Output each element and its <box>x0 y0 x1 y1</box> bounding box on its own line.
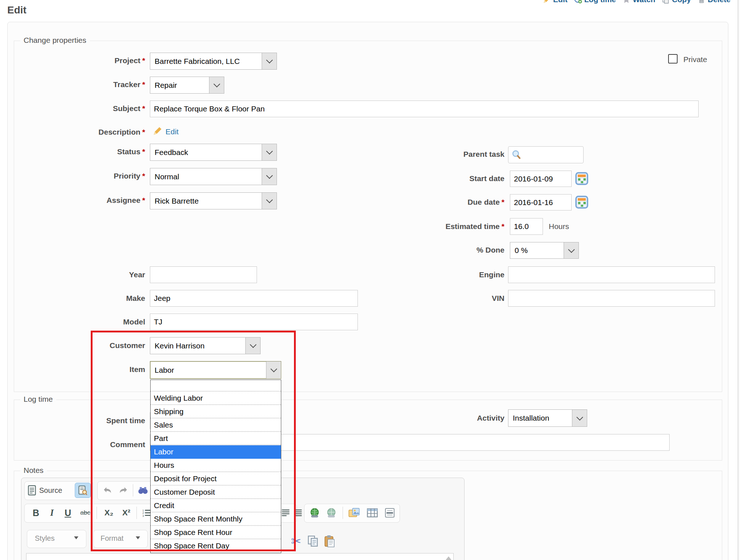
start-date-input[interactable] <box>510 171 572 187</box>
dropdown-option[interactable]: Deposit for Project <box>151 472 281 486</box>
edit-action[interactable]: Edit <box>543 0 568 4</box>
vin-input[interactable] <box>508 290 715 307</box>
bold-button[interactable]: B <box>29 506 43 520</box>
assignee-label: Assignee* <box>22 196 145 205</box>
strikethrough-button[interactable]: abc <box>77 506 94 520</box>
customer-select-value: Kevin Harrison <box>150 338 245 354</box>
redo-icon <box>118 486 128 495</box>
clock-add-icon <box>574 0 582 4</box>
scrollbar-up-icon[interactable] <box>446 556 451 560</box>
status-label: Status* <box>22 147 145 156</box>
page-scrollbar[interactable] <box>738 0 740 560</box>
copy-action[interactable]: Copy <box>662 0 691 4</box>
notes-legend: Notes <box>20 466 47 475</box>
chevron-down-icon <box>209 77 224 93</box>
find-button[interactable] <box>136 484 150 496</box>
subscript-button[interactable]: X₂ <box>101 506 117 520</box>
chevron-down-icon <box>572 410 587 426</box>
superscript-button[interactable]: X² <box>118 506 134 520</box>
dropdown-option[interactable]: Welding Labor <box>151 392 281 405</box>
project-select[interactable]: Barrette Fabrication, LLC <box>150 53 277 70</box>
italic-icon: I <box>50 508 54 518</box>
chevron-down-icon <box>262 144 277 160</box>
item-select[interactable]: Labor <box>150 361 281 379</box>
percent-done-select[interactable]: 0 % <box>510 242 579 259</box>
private-checkbox[interactable] <box>668 54 678 64</box>
unlink-button[interactable] <box>324 506 339 520</box>
calendar-icon[interactable] <box>575 195 589 209</box>
styles-combo-label: Styles <box>35 534 54 543</box>
due-date-input[interactable] <box>510 194 572 210</box>
delete-action[interactable]: Delete <box>698 0 731 4</box>
unlink-globe-icon <box>326 507 337 518</box>
watch-action[interactable]: Watch <box>622 0 655 4</box>
svg-text:1: 1 <box>142 509 144 512</box>
description-edit-link[interactable]: Edit <box>165 127 179 136</box>
change-properties-fieldset <box>14 41 722 392</box>
svg-text:3: 3 <box>142 515 144 517</box>
source-button-label: Source <box>39 486 62 495</box>
status-select[interactable]: Feedback <box>150 144 277 161</box>
year-input[interactable] <box>150 266 257 283</box>
dropdown-option[interactable]: Shop Space Rent Monthly <box>151 512 281 526</box>
assignee-select[interactable]: Rick Barrette <box>150 192 277 209</box>
calendar-icon[interactable] <box>575 172 589 185</box>
italic-button[interactable]: I <box>45 506 59 520</box>
activity-select[interactable]: Installation <box>508 409 587 427</box>
dropdown-option[interactable]: Shipping <box>151 405 281 418</box>
source-button[interactable]: Source <box>28 483 71 497</box>
make-input[interactable] <box>150 290 358 307</box>
copy-button[interactable] <box>306 534 320 549</box>
table-button[interactable] <box>364 506 380 520</box>
estimated-time-input[interactable] <box>510 218 543 235</box>
item-label: Item <box>22 365 145 374</box>
dropdown-option[interactable]: Hours <box>151 459 281 472</box>
engine-input[interactable] <box>508 266 715 283</box>
parent-task-label: Parent task <box>363 150 504 159</box>
notes-textarea[interactable] <box>26 553 454 560</box>
undo-button[interactable] <box>101 484 114 496</box>
cut-button[interactable]: ✂ <box>289 534 303 549</box>
customer-label: Customer <box>22 341 145 350</box>
dropdown-option[interactable] <box>151 380 281 392</box>
log-time-action[interactable]: Log time <box>574 0 616 4</box>
horizontal-rule-button[interactable] <box>382 506 398 520</box>
redo-button[interactable] <box>117 484 130 496</box>
model-input[interactable] <box>150 314 358 330</box>
dropdown-option[interactable]: Part <box>151 432 281 445</box>
justify-button[interactable] <box>292 506 304 520</box>
image-button[interactable] <box>346 506 362 520</box>
dropdown-option[interactable]: Sales <box>151 418 281 432</box>
parent-task-input[interactable] <box>508 146 584 163</box>
page-title: Edit <box>7 4 26 16</box>
priority-select[interactable]: Normal <box>150 168 277 185</box>
spent-time-label: Spent time <box>22 416 145 425</box>
chevron-down-icon <box>266 361 281 379</box>
table-icon <box>367 507 378 518</box>
dropdown-option-selected[interactable]: Labor <box>151 445 281 459</box>
subject-input[interactable] <box>150 101 699 117</box>
svg-text:2: 2 <box>142 512 144 515</box>
link-button[interactable] <box>307 506 322 520</box>
bold-icon: B <box>33 508 39 518</box>
blockquote-button[interactable] <box>279 506 292 520</box>
private-label: Private <box>683 55 707 64</box>
activity-select-value: Installation <box>508 410 572 426</box>
dropdown-option[interactable]: Credit <box>151 499 281 512</box>
link-globe-icon <box>309 507 320 518</box>
dropdown-option[interactable]: Shop Space Rent Day <box>151 539 281 552</box>
format-combo-label: Format <box>101 534 123 543</box>
customer-select[interactable]: Kevin Harrison <box>150 337 261 354</box>
undo-icon <box>102 486 113 495</box>
preview-button[interactable] <box>75 483 91 498</box>
dropdown-option[interactable]: Customer Deposit <box>151 486 281 499</box>
tracker-select[interactable]: Repair <box>150 77 224 94</box>
copy-icon <box>662 0 670 4</box>
underline-button[interactable]: U <box>61 506 75 520</box>
model-label: Model <box>22 318 145 326</box>
project-select-value: Barrette Fabrication, LLC <box>150 53 262 69</box>
dropdown-option[interactable]: Shop Space Rent Hour <box>151 526 281 539</box>
paste-button[interactable] <box>322 534 337 549</box>
subject-label: Subject* <box>22 104 145 113</box>
subscript-icon: X₂ <box>105 508 113 518</box>
